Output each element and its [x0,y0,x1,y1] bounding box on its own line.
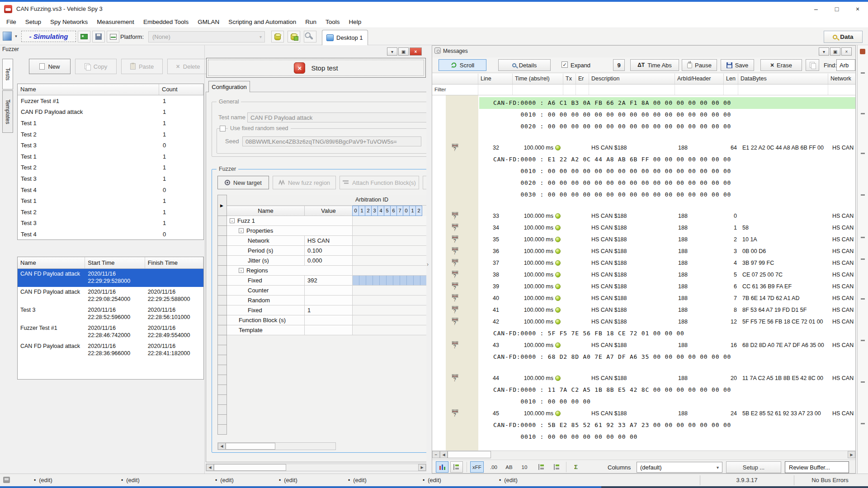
filter-cell[interactable] [589,84,675,95]
tree-value-cell[interactable] [305,296,353,305]
menu-tools[interactable]: Tools [321,19,344,25]
row-marker-cell[interactable] [217,216,227,226]
tree-row[interactable]: Counter [227,286,426,296]
arb-bit-cell[interactable] [407,276,414,285]
scroll-right-icon[interactable]: ▶ [418,464,426,471]
tree-value-cell[interactable]: HS CAN [305,236,353,246]
tree-value-cell[interactable]: 1 [305,305,353,315]
attach-function-blocks-button[interactable]: Attach Function Block(s) [340,176,419,189]
table-row[interactable]: Fuzzer Test #12020/11/1622:28:46:7420002… [18,323,203,341]
erase-button[interactable]: × Erase [760,59,802,71]
hex-dump-row[interactable]: 0030 : 00 00 00 00 00 00 00 00 00 00 00 … [432,189,855,201]
table-row[interactable]: CAN FD Payload attack2020/11/1622:28:36:… [18,341,203,359]
tab-desktop-1[interactable]: Desktop 1 [322,30,368,45]
filter-cell[interactable] [828,84,856,95]
row-marker-cell[interactable] [217,266,227,276]
message-row[interactable]: 40100.000 msHS CAN $18818877B 6E 14 7D 6… [432,292,855,304]
binary-format-button[interactable]: 10 [518,461,531,473]
save-setup-button[interactable] [92,31,105,42]
filter-cell[interactable] [576,84,589,95]
column-header-arbid-header[interactable]: ArbId/Header [675,74,724,84]
arb-bit-cell[interactable] [359,276,366,285]
row-marker-cell[interactable] [217,425,227,435]
arb-bit-header-cell[interactable]: 3 [371,206,378,216]
tree-row[interactable]: Jitter (s)0.000 [227,256,426,266]
scrollbar-track[interactable] [491,451,848,458]
hex-dump-row[interactable]: CAN-FD:0000 : A6 C1 B3 0A FB 66 2A F1 8A… [432,97,855,109]
table-row[interactable]: Test 21 [18,206,203,218]
column-header-er[interactable]: Er [576,74,589,84]
simulating-indicator[interactable]: - Simulating [21,31,76,42]
column-header-run-name[interactable]: Name [18,257,85,268]
message-row[interactable]: 34100.000 msHS CAN $188188158HS CAN [432,222,855,234]
hex-dump-row[interactable]: 0020 : 00 00 00 00 00 00 00 00 00 00 00 … [432,121,855,132]
menu-help[interactable]: Help [344,19,366,25]
arb-bit-header-cell[interactable]: 2 [415,206,422,216]
arb-bit-header-cell[interactable]: 4 [377,206,384,216]
database-add-button[interactable] [288,31,300,42]
message-row[interactable]: 39100.000 msHS CAN $1881886CC 61 36 B9 F… [432,281,855,292]
hex-dump-row[interactable]: CAN-FD:0000 : 5B E2 85 52 61 92 33 A7 23… [432,419,855,431]
table-row[interactable]: Test 31 [18,218,203,229]
database-button[interactable] [271,31,284,42]
run-mode-icon[interactable] [3,32,12,41]
sort-desc-button[interactable] [551,461,563,473]
column-header-time-abs-rel-[interactable]: Time (abs/rel) [513,74,563,84]
pause-button[interactable]: Pause [682,59,717,71]
arb-bit-cell[interactable] [400,276,407,285]
hardware-button[interactable] [78,31,90,42]
messages-restore-button[interactable]: ▣ [830,47,840,56]
arb-bit-header-cell[interactable]: 6 [390,206,397,216]
arb-bit-header-cell[interactable]: 7 [396,206,403,216]
new-target-button[interactable]: New target [217,176,269,189]
config-restore-button[interactable]: ▣ [398,47,409,56]
hex-dump-row[interactable]: 0010 : 00 00 00 00 [432,396,855,408]
network-view-button[interactable] [450,461,463,473]
column-header-tree-value[interactable]: Value [305,206,353,216]
row-marker-cell[interactable] [217,385,227,395]
tree-value-cell[interactable] [305,286,353,296]
scrollbar-thumb[interactable] [448,451,491,458]
filter-cell[interactable] [563,84,576,95]
details-button[interactable]: Details [498,59,551,71]
table-row[interactable]: CAN FD Payload attack2020/11/1622:29:08:… [18,287,203,305]
tree-value-cell[interactable] [305,325,353,335]
arb-bit-header-cell[interactable]: 1 [359,206,365,216]
row-marker-cell[interactable] [217,325,227,335]
menu-run[interactable]: Run [301,19,321,25]
graph-view-button[interactable] [436,461,448,473]
table-row[interactable]: Test 21 [18,129,203,140]
run-mode-dropdown[interactable]: ▾ [13,33,19,40]
table-row[interactable]: Test 40 [18,229,203,240]
column-header-description[interactable]: Description [589,74,675,84]
tree-row[interactable]: Fuzz 1 [227,216,426,226]
row-marker-cell[interactable] [217,236,227,246]
message-row[interactable]: 36100.000 msHS CAN $18818830B 00 D6HS CA… [432,245,855,257]
scroll-left-icon[interactable]: ◀ [218,443,226,450]
menu-file[interactable]: File [2,19,21,25]
hex-format-button[interactable]: xFF [470,461,484,473]
table-row[interactable]: Test 40 [18,184,203,196]
expand-checkbox[interactable] [561,61,568,68]
config-collapse-button[interactable]: ▾ [387,47,397,56]
splitter-minus-icon[interactable]: − [432,451,440,458]
message-row[interactable]: 44100.000 msHS CAN $1881882011 7A C2 A5 … [432,372,855,384]
messages-close-button[interactable]: × [841,47,852,56]
minimize-button[interactable]: – [806,2,826,16]
tree-horizontal-scrollbar[interactable]: ◀ [217,442,336,450]
row-marker-cell[interactable] [217,355,227,365]
delete-test-button[interactable]: × Delete [167,59,209,74]
row-marker-cell[interactable] [217,276,227,286]
setup-button[interactable]: Setup ... [726,461,781,473]
arb-bit-cell[interactable] [366,276,373,285]
menu-setup[interactable]: Setup [21,19,46,25]
column-header-finish-time[interactable]: Finish Time [145,257,203,268]
hex-dump-row[interactable]: 0010 : 00 00 00 00 00 00 00 00 00 00 00 … [432,165,855,177]
hex-dump-row[interactable]: 0010 : 00 00 00 00 00 00 00 00 00 00 00 … [432,109,855,121]
tree-value-cell[interactable]: 392 [305,276,353,286]
tree-row[interactable]: Period (s)0.100 [227,246,426,256]
scrollbar-track[interactable] [286,464,418,471]
filter-cell[interactable] [724,84,738,95]
copy-messages-button[interactable] [806,59,819,71]
extra-fuzzer-button[interactable] [423,176,426,189]
